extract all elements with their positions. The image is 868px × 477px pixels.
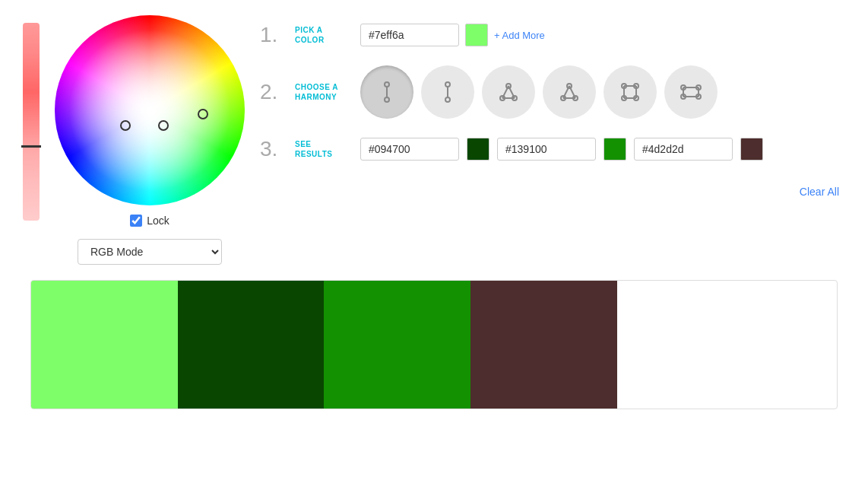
mode-dropdown[interactable]: RGB Mode HSV Mode HSL Mode CMYK Mode: [78, 239, 222, 265]
step1-label: PICK A COLOR: [295, 25, 348, 45]
step3-number: 3.: [260, 137, 283, 161]
step2-label: CHOOSE A HARMONY: [295, 82, 348, 102]
result-input-2[interactable]: [497, 138, 596, 161]
result-input-1[interactable]: [360, 138, 459, 161]
palette-swatch-2[interactable]: [178, 281, 325, 409]
result-swatch-3[interactable]: [740, 138, 763, 161]
right-panel: 1. PICK A COLOR + Add More 2. CHOOSE A H…: [260, 15, 845, 201]
lock-checkbox[interactable]: [130, 215, 142, 227]
step2-row: 2. CHOOSE A HARMONY: [260, 65, 845, 119]
step1-number: 1.: [260, 23, 283, 47]
svg-point-3: [445, 82, 450, 87]
step3-row: 3. SEE RESULTS: [260, 137, 845, 161]
palette-swatch-3[interactable]: [324, 281, 470, 409]
mode-dropdown-container: RGB Mode HSV Mode HSL Mode CMYK Mode: [78, 239, 222, 265]
color-swatch-main[interactable]: [465, 24, 488, 46]
wheel-dot-3[interactable]: [120, 120, 131, 131]
wheel-container: Lock RGB Mode HSV Mode HSL Mode CMYK Mod…: [55, 15, 245, 265]
palette-swatch-1[interactable]: [31, 281, 178, 409]
color-input[interactable]: [360, 24, 459, 46]
add-more-button[interactable]: + Add More: [494, 30, 545, 41]
svg-point-0: [385, 82, 389, 87]
result-swatch-2[interactable]: [603, 138, 626, 161]
palette-swatch-4[interactable]: [470, 281, 617, 409]
harmony-buttons: [360, 65, 718, 119]
step2-number: 2.: [260, 80, 283, 104]
harmony-btn-triangle[interactable]: [543, 65, 596, 119]
harmony-btn-square[interactable]: [603, 65, 657, 119]
wheel-dot-1[interactable]: [198, 109, 208, 119]
harmony-btn-complement[interactable]: [421, 65, 474, 119]
svg-point-2: [385, 97, 389, 102]
color-wheel[interactable]: [55, 15, 245, 205]
step3-label: SEE RESULTS: [295, 139, 348, 159]
clear-all-button[interactable]: Clear All: [794, 183, 845, 201]
results-row: [360, 138, 763, 161]
main-container: Lock RGB Mode HSV Mode HSL Mode CMYK Mod…: [0, 0, 868, 425]
lock-label: Lock: [147, 215, 169, 227]
hue-bar[interactable]: [23, 23, 40, 221]
svg-line-17: [569, 86, 575, 98]
palette-section: [30, 280, 838, 409]
result-input-3[interactable]: [634, 138, 733, 161]
step1-row: 1. PICK A COLOR + Add More: [260, 23, 845, 47]
svg-line-10: [502, 86, 508, 98]
color-input-group: + Add More: [360, 24, 545, 46]
lock-container: Lock: [130, 215, 169, 227]
harmony-btn-mono[interactable]: [360, 65, 413, 119]
harmony-btn-rectangle[interactable]: [664, 65, 718, 119]
svg-line-16: [563, 86, 569, 98]
top-section: Lock RGB Mode HSV Mode HSL Mode CMYK Mod…: [23, 15, 845, 265]
svg-line-11: [508, 86, 515, 98]
result-swatch-1[interactable]: [467, 138, 489, 161]
palette-empty: [617, 281, 837, 409]
svg-point-5: [445, 97, 450, 102]
harmony-btn-triad[interactable]: [482, 65, 535, 119]
hue-indicator: [21, 145, 41, 148]
clear-all-row: Clear All: [260, 183, 845, 201]
wheel-dot-2[interactable]: [158, 120, 169, 131]
